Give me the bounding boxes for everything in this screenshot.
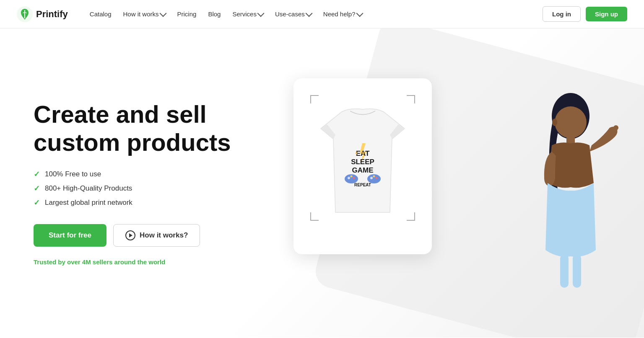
how-it-works-button[interactable]: How it works? [113, 224, 200, 247]
svg-point-7 [370, 177, 373, 179]
check-icon: ✓ [34, 198, 40, 207]
hero-section: Create and sell custom products ✓ 100% F… [0, 28, 644, 338]
nav-actions: Log in Sign up [543, 6, 627, 22]
nav-services[interactable]: Services [227, 7, 268, 21]
svg-point-9 [373, 175, 375, 178]
start-free-button[interactable]: Start for free [34, 224, 106, 247]
hero-left: Create and sell custom products ✓ 100% F… [34, 101, 268, 266]
list-item: ✓ 100% Free to use [34, 170, 268, 179]
hero-features-list: ✓ 100% Free to use ✓ 800+ High-Quality P… [34, 170, 268, 207]
chevron-down-icon [305, 10, 312, 17]
login-button[interactable]: Log in [543, 6, 581, 22]
chevron-down-icon [356, 10, 363, 17]
nav-how-it-works[interactable]: How it works [118, 7, 171, 21]
nav-catalog[interactable]: Catalog [85, 7, 117, 21]
svg-rect-20 [573, 254, 581, 288]
nav-use-cases[interactable]: Use-cases [270, 7, 317, 21]
svg-text:SLEEP: SLEEP [351, 158, 374, 166]
check-icon: ✓ [34, 184, 40, 193]
nav-need-help[interactable]: Need help? [318, 7, 367, 21]
nav-links: Catalog How it works Pricing Blog Servic… [85, 7, 543, 21]
person-illustration [506, 91, 623, 300]
list-item: ✓ Largest global print network [34, 198, 268, 207]
svg-point-17 [555, 106, 587, 138]
hero-right: EAT SLEEP GAME REPEAT [268, 57, 610, 309]
play-icon [125, 230, 135, 240]
tshirt-card: EAT SLEEP GAME REPEAT [293, 78, 432, 254]
nav-pricing[interactable]: Pricing [172, 7, 202, 21]
hero-title: Create and sell custom products [34, 101, 268, 156]
logo-link[interactable]: Printify [17, 6, 68, 22]
logo-icon [17, 6, 33, 22]
list-item: ✓ 800+ High-Quality Products [34, 184, 268, 193]
svg-point-21 [613, 125, 618, 130]
chevron-down-icon [257, 10, 264, 17]
brand-name: Printify [36, 9, 68, 20]
svg-point-22 [552, 119, 557, 126]
svg-point-8 [376, 177, 378, 179]
trusted-badge: Trusted by over 4M sellers around the wo… [34, 258, 268, 266]
svg-point-4 [351, 175, 353, 178]
chevron-down-icon [159, 10, 166, 17]
svg-point-3 [353, 177, 355, 179]
hero-buttons: Start for free How it works? [34, 224, 268, 247]
svg-text:REPEAT: REPEAT [354, 183, 371, 187]
tshirt-image: EAT SLEEP GAME REPEAT [304, 95, 421, 237]
svg-text:GAME: GAME [352, 166, 374, 174]
signup-button[interactable]: Sign up [586, 7, 627, 21]
nav-blog[interactable]: Blog [203, 7, 226, 21]
check-icon: ✓ [34, 170, 40, 179]
svg-rect-19 [560, 254, 569, 288]
navbar: Printify Catalog How it works Pricing Bl… [0, 0, 644, 28]
svg-point-2 [348, 177, 350, 179]
